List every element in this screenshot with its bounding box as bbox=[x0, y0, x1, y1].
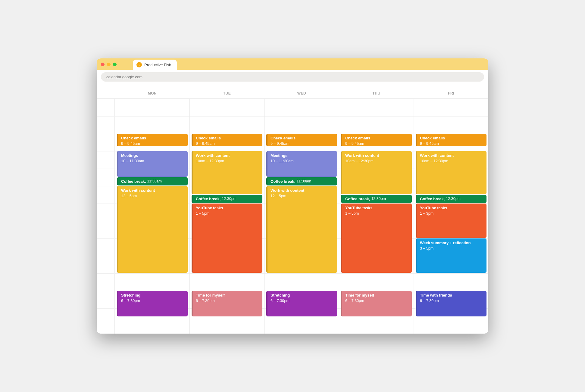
event-title: Time with friends bbox=[420, 293, 452, 297]
calendar-event[interactable]: YouTube tasks1 – 3pm bbox=[416, 204, 486, 238]
event-time: 10am – 12:30pm bbox=[196, 159, 224, 163]
event-time: 6 – 7:30pm bbox=[196, 299, 215, 303]
event-time: 6 – 7:30pm bbox=[345, 299, 364, 303]
calendar-event[interactable]: Check emails9 – 9:45am bbox=[192, 134, 262, 146]
event-time: 12:30pm bbox=[371, 196, 386, 201]
tab-favicon-icon bbox=[136, 62, 142, 67]
event-time: 1 – 3pm bbox=[420, 211, 433, 216]
day-column[interactable]: Check emails9 – 9:45amWork with content1… bbox=[339, 99, 414, 334]
event-title: Coffee break bbox=[121, 179, 146, 184]
day-header[interactable]: WED bbox=[264, 86, 339, 98]
tab-title: Productive Fish bbox=[144, 63, 171, 67]
event-time: 12:30pm bbox=[446, 196, 461, 201]
calendar-event[interactable]: Coffee break 12:30pm bbox=[341, 195, 412, 203]
calendar-event[interactable]: Work with content12 – 5pm bbox=[117, 186, 188, 273]
day-header[interactable]: MON bbox=[115, 86, 189, 98]
event-time: 10am – 12:30pm bbox=[420, 159, 448, 163]
calendar-event[interactable]: Time for myself6 – 7:30pm bbox=[341, 291, 412, 316]
calendar-event[interactable]: Coffee break 11:30am bbox=[266, 177, 337, 185]
calendar-event[interactable]: Check emails9 – 9:45am bbox=[266, 134, 337, 146]
day-column[interactable]: Check emails9 – 9:45amMeetings10 – 11:30… bbox=[264, 99, 339, 334]
calendar-event[interactable]: YouTube tasks1 – 5pm bbox=[192, 204, 262, 273]
calendar-event[interactable]: Time for myself6 – 7:30pm bbox=[192, 291, 262, 316]
event-title: Meetings bbox=[121, 153, 138, 158]
event-title: Stretching bbox=[121, 293, 140, 297]
event-time: 1 – 5pm bbox=[196, 211, 209, 216]
event-title: Check emails bbox=[121, 136, 146, 140]
calendar-event[interactable]: Meetings10 – 11:30am bbox=[117, 151, 188, 177]
day-header[interactable]: TUE bbox=[189, 86, 264, 98]
calendar-event[interactable]: Work with content10am – 12:30pm bbox=[416, 151, 486, 194]
event-time: 12 – 5pm bbox=[271, 194, 286, 198]
event-time: 11:30am bbox=[296, 179, 311, 184]
event-time: 9 – 9:45am bbox=[345, 142, 364, 146]
event-time: 6 – 7:30pm bbox=[420, 299, 439, 303]
event-time: 6 – 7:30pm bbox=[121, 299, 140, 303]
event-time: 9 – 9:45am bbox=[121, 142, 140, 146]
event-time: 6 – 7:30pm bbox=[271, 299, 289, 303]
calendar-event[interactable]: Stretching6 – 7:30pm bbox=[266, 291, 337, 316]
event-title: Check emails bbox=[196, 136, 221, 140]
calendar-event[interactable]: Meetings10 – 11:30am bbox=[266, 151, 337, 177]
day-header[interactable]: THU bbox=[339, 86, 414, 98]
calendar-view: MONTUEWEDTHUFRI Check emails9 – 9:45amMe… bbox=[97, 86, 488, 334]
calendar-event[interactable]: Stretching6 – 7:30pm bbox=[117, 291, 188, 316]
event-time: 1 – 5pm bbox=[345, 211, 359, 216]
event-title: Coffee break bbox=[345, 196, 370, 202]
close-window-button[interactable] bbox=[101, 63, 105, 66]
calendar-event[interactable]: Work with content10am – 12:30pm bbox=[192, 151, 262, 194]
event-time: 10am – 12:30pm bbox=[345, 159, 374, 163]
event-title: Check emails bbox=[271, 136, 296, 140]
time-gutter bbox=[97, 99, 115, 334]
calendar-event[interactable]: Work with content12 – 5pm bbox=[266, 186, 337, 273]
event-time: 9 – 9:45am bbox=[196, 142, 215, 146]
calendar-event[interactable]: Coffee break 12:30pm bbox=[192, 195, 262, 203]
browser-tab[interactable]: Productive Fish bbox=[133, 60, 177, 70]
event-title: Work with content bbox=[420, 153, 454, 158]
event-time: 9 – 9:45am bbox=[420, 142, 439, 146]
event-title: Check emails bbox=[345, 136, 370, 140]
event-time: 10 – 11:30am bbox=[271, 159, 293, 163]
event-title: Check emails bbox=[420, 136, 445, 140]
event-title: Meetings bbox=[271, 153, 287, 158]
day-headers-row: MONTUEWEDTHUFRI bbox=[97, 86, 488, 99]
event-time: 12:30pm bbox=[222, 196, 236, 201]
calendar-event[interactable]: YouTube tasks1 – 5pm bbox=[341, 204, 412, 273]
event-title: Work with content bbox=[345, 153, 379, 158]
event-title: Work with content bbox=[271, 188, 304, 193]
calendar-event[interactable]: Check emails9 – 9:45am bbox=[341, 134, 412, 146]
day-column[interactable]: Check emails9 – 9:45amMeetings10 – 11:30… bbox=[115, 99, 189, 334]
calendar-event[interactable]: Check emails9 – 9:45am bbox=[416, 134, 486, 146]
address-bar-area: calendar.google.com bbox=[97, 70, 488, 86]
titlebar: Productive Fish bbox=[97, 58, 488, 70]
day-column[interactable]: Check emails9 – 9:45amWork with content1… bbox=[414, 99, 488, 334]
event-title: YouTube tasks bbox=[196, 206, 223, 210]
event-title: YouTube tasks bbox=[345, 206, 373, 210]
event-title: Week summary + reflection bbox=[420, 241, 471, 245]
window-controls bbox=[101, 63, 117, 70]
event-time: 11:30am bbox=[147, 179, 162, 184]
event-time: 12 – 5pm bbox=[121, 194, 137, 198]
event-title: Time for myself bbox=[345, 293, 374, 297]
event-title: Coffee break bbox=[196, 196, 221, 202]
event-time: 10 – 11:30am bbox=[121, 159, 144, 163]
event-time: 3 – 5pm bbox=[420, 246, 433, 250]
event-title: Stretching bbox=[271, 293, 290, 297]
calendar-event[interactable]: Work with content10am – 12:30pm bbox=[341, 151, 412, 194]
calendar-event[interactable]: Check emails9 – 9:45am bbox=[117, 134, 188, 146]
address-bar[interactable]: calendar.google.com bbox=[101, 72, 484, 82]
event-title: Time for myself bbox=[196, 293, 225, 297]
minimize-window-button[interactable] bbox=[107, 63, 111, 66]
event-title: Coffee break bbox=[271, 179, 295, 184]
maximize-window-button[interactable] bbox=[113, 63, 117, 66]
calendar-event[interactable]: Coffee break 11:30am bbox=[117, 177, 188, 185]
event-time: 9 – 9:45am bbox=[271, 142, 289, 146]
day-header[interactable]: FRI bbox=[414, 86, 488, 98]
calendar-event[interactable]: Coffee break 12:30pm bbox=[416, 195, 486, 203]
event-title: Coffee break bbox=[420, 196, 445, 202]
calendar-grid[interactable]: Check emails9 – 9:45amMeetings10 – 11:30… bbox=[97, 99, 488, 334]
day-column[interactable]: Check emails9 – 9:45amWork with content1… bbox=[189, 99, 264, 334]
event-title: Work with content bbox=[121, 188, 155, 193]
calendar-event[interactable]: Week summary + reflection3 – 5pm bbox=[416, 238, 486, 273]
calendar-event[interactable]: Time with friends6 – 7:30pm bbox=[416, 291, 486, 316]
